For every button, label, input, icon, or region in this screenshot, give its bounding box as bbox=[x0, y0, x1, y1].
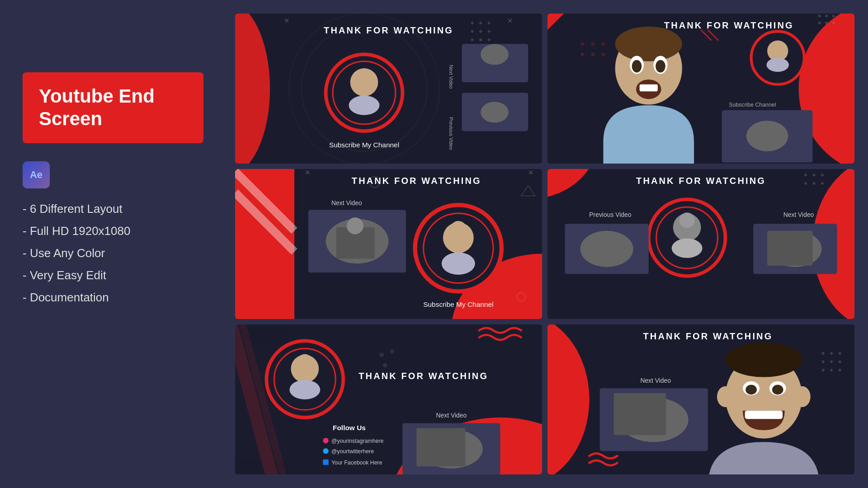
features-list: - 6 Different Layout - Full HD 868x488… bbox=[23, 202, 203, 305]
svg-point-82 bbox=[347, 217, 363, 234]
left-panel: Youtube End Screen Ae - 6 Different Layo… bbox=[0, 0, 226, 488]
svg-point-178 bbox=[839, 361, 841, 363]
svg-rect-53 bbox=[640, 84, 658, 91]
svg-text:Next Video: Next Video bbox=[331, 199, 362, 206]
svg-point-58 bbox=[746, 121, 788, 151]
cards-grid: THANK FOR WATCHING Subscribe My Channel … bbox=[226, 0, 868, 488]
svg-rect-147 bbox=[323, 460, 328, 465]
svg-point-10 bbox=[471, 38, 474, 41]
svg-point-69 bbox=[832, 22, 835, 24]
svg-point-175 bbox=[839, 352, 841, 355]
svg-text:✕: ✕ bbox=[284, 163, 290, 164]
svg-point-87 bbox=[450, 221, 467, 238]
svg-point-181 bbox=[839, 369, 841, 371]
preview-card-6[interactable]: THANK FOR WATCHING bbox=[547, 324, 854, 474]
preview-card-2[interactable]: THANK FOR WATCHING bbox=[547, 14, 854, 164]
svg-point-166 bbox=[745, 385, 757, 395]
svg-point-111 bbox=[672, 239, 703, 258]
svg-point-44 bbox=[602, 53, 605, 56]
svg-text:✕: ✕ bbox=[507, 17, 513, 24]
svg-point-131 bbox=[821, 182, 824, 185]
svg-text:Next Video: Next Video bbox=[448, 65, 454, 89]
svg-point-153 bbox=[379, 353, 383, 357]
svg-point-161 bbox=[726, 342, 802, 377]
svg-text:✕: ✕ bbox=[528, 169, 534, 176]
svg-point-139 bbox=[289, 380, 320, 399]
preview-card-5[interactable]: THANK FOR WATCHING Follow Us @yourinstag… bbox=[235, 324, 542, 474]
svg-point-154 bbox=[390, 349, 394, 353]
svg-point-42 bbox=[580, 53, 584, 56]
svg-point-17 bbox=[349, 95, 380, 115]
svg-point-112 bbox=[679, 213, 695, 228]
svg-point-167 bbox=[772, 385, 783, 395]
svg-point-163 bbox=[794, 386, 811, 407]
feature-1: - 6 Different Layout bbox=[23, 202, 203, 216]
svg-point-180 bbox=[830, 369, 833, 371]
svg-rect-152 bbox=[416, 428, 465, 466]
svg-point-11 bbox=[479, 38, 482, 41]
svg-text:Subscribe My Channel: Subscribe My Channel bbox=[329, 141, 399, 149]
svg-text:THANK FOR WATCHING: THANK FOR WATCHING bbox=[359, 371, 488, 381]
svg-point-128 bbox=[821, 174, 824, 176]
svg-text:@yourinstagramhere: @yourinstagramhere bbox=[331, 438, 383, 444]
svg-text:Previous Video: Previous Video bbox=[589, 211, 631, 218]
svg-point-25 bbox=[481, 102, 509, 122]
svg-point-65 bbox=[825, 14, 828, 17]
svg-point-67 bbox=[818, 22, 821, 24]
svg-text:@yourtwitterhere: @yourtwitterhere bbox=[331, 448, 374, 455]
svg-point-7 bbox=[471, 30, 474, 33]
svg-point-6 bbox=[488, 22, 491, 24]
svg-point-126 bbox=[804, 174, 807, 176]
ae-badge: Ae bbox=[23, 161, 50, 188]
svg-point-174 bbox=[830, 352, 833, 355]
preview-card-1[interactable]: THANK FOR WATCHING Subscribe My Channel … bbox=[235, 14, 542, 164]
svg-point-24 bbox=[481, 44, 509, 65]
svg-point-145 bbox=[323, 448, 328, 454]
svg-text:Your Facebook Here: Your Facebook Here bbox=[331, 460, 382, 466]
svg-text:Subscribe Channel: Subscribe Channel bbox=[729, 102, 776, 108]
svg-text:THANK FOR WATCHING: THANK FOR WATCHING bbox=[636, 176, 766, 186]
svg-point-40 bbox=[591, 42, 594, 46]
preview-card-3[interactable]: THANK FOR WATCHING Next Video Subscribe … bbox=[235, 169, 542, 319]
feature-5: - Documentation bbox=[23, 291, 203, 305]
svg-point-4 bbox=[471, 22, 474, 24]
svg-point-18 bbox=[357, 68, 371, 82]
svg-text:✕: ✕ bbox=[305, 169, 311, 176]
preview-card-4[interactable]: THANK FOR WATCHING Previous Video bbox=[547, 169, 854, 319]
svg-text:Previous Video: Previous Video bbox=[448, 117, 454, 150]
svg-text:THANK FOR WATCHING: THANK FOR WATCHING bbox=[324, 25, 453, 35]
ae-label: Ae bbox=[30, 169, 42, 181]
svg-point-66 bbox=[832, 14, 835, 17]
svg-point-155 bbox=[383, 363, 387, 367]
svg-text:✕: ✕ bbox=[284, 17, 290, 24]
feature-2: - Full HD 868x488 bbox=[23, 224, 203, 238]
svg-text:Next Video: Next Video bbox=[783, 211, 814, 218]
svg-rect-119 bbox=[767, 231, 812, 266]
svg-point-176 bbox=[821, 361, 824, 363]
svg-text:THANK FOR WATCHING: THANK FOR WATCHING bbox=[664, 20, 794, 30]
svg-point-51 bbox=[656, 60, 665, 73]
svg-point-41 bbox=[602, 42, 605, 46]
svg-point-9 bbox=[488, 30, 491, 33]
svg-point-86 bbox=[442, 253, 475, 275]
svg-text:Next Video: Next Video bbox=[640, 377, 671, 384]
svg-point-50 bbox=[632, 60, 642, 73]
svg-point-179 bbox=[821, 369, 824, 371]
title-banner: Youtube End Screen bbox=[23, 72, 203, 143]
svg-point-8 bbox=[479, 30, 482, 33]
svg-rect-168 bbox=[745, 411, 783, 419]
svg-text:THANK FOR WATCHING: THANK FOR WATCHING bbox=[643, 331, 773, 341]
svg-point-173 bbox=[821, 352, 824, 355]
svg-point-68 bbox=[825, 22, 828, 24]
svg-point-162 bbox=[717, 386, 734, 407]
svg-point-12 bbox=[488, 38, 491, 41]
main-title: Youtube End Screen bbox=[39, 85, 187, 131]
svg-point-177 bbox=[830, 361, 833, 363]
svg-text:Subscribe My Channel: Subscribe My Channel bbox=[423, 300, 493, 308]
svg-point-43 bbox=[591, 53, 594, 56]
svg-point-5 bbox=[479, 22, 482, 24]
svg-rect-172 bbox=[614, 393, 666, 435]
svg-point-56 bbox=[767, 58, 789, 72]
svg-text:Follow Us: Follow Us bbox=[333, 424, 366, 432]
svg-point-64 bbox=[818, 14, 821, 17]
